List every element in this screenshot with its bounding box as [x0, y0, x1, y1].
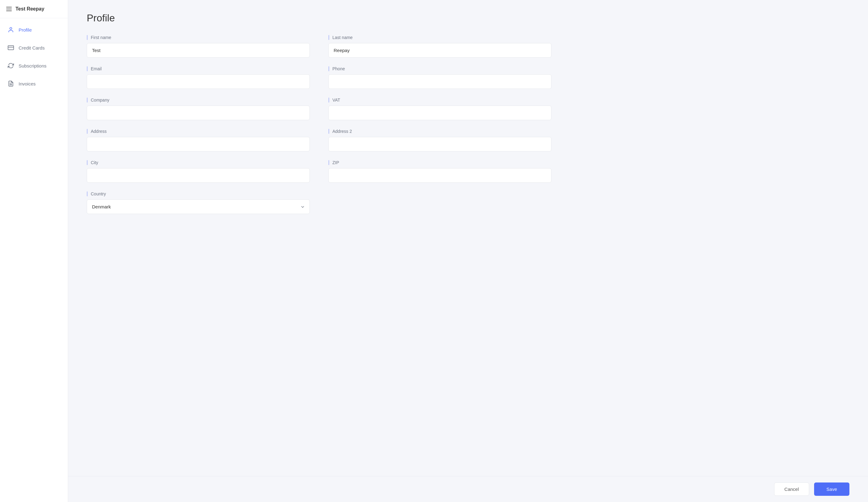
address-input[interactable] [87, 137, 310, 151]
city-input[interactable] [87, 168, 310, 183]
label-bar [328, 160, 329, 165]
footer-actions: Cancel Save [68, 476, 868, 502]
hamburger-icon[interactable] [6, 7, 12, 11]
label-bar [87, 35, 88, 40]
address-group: Address [87, 129, 310, 151]
address2-group: Address 2 [328, 129, 551, 151]
sidebar-item-label-subscriptions: Subscriptions [19, 63, 46, 69]
address2-input[interactable] [328, 137, 551, 151]
label-bar [328, 66, 329, 71]
sidebar-item-label-credit-cards: Credit Cards [19, 45, 45, 51]
company-group: Company [87, 97, 310, 120]
email-group: Email [87, 66, 310, 89]
label-bar [87, 191, 88, 196]
main-content: Profile First name Last name Email [68, 0, 868, 502]
cancel-button[interactable]: Cancel [774, 482, 809, 496]
email-input[interactable] [87, 74, 310, 89]
phone-input[interactable] [328, 74, 551, 89]
phone-label: Phone [328, 66, 551, 71]
last-name-label: Last name [328, 35, 551, 40]
address2-label: Address 2 [328, 129, 551, 134]
svg-point-0 [10, 28, 12, 30]
document-icon [8, 80, 14, 87]
page-title: Profile [87, 12, 849, 24]
country-select[interactable]: Denmark Sweden Norway Finland Germany Un… [87, 199, 310, 214]
zip-label: ZIP [328, 160, 551, 165]
refresh-icon [8, 62, 14, 69]
sidebar-logo: Test Reepay [16, 6, 44, 12]
vat-group: VAT [328, 97, 551, 120]
vat-label: VAT [328, 97, 551, 103]
zip-input[interactable] [328, 168, 551, 183]
sidebar-item-credit-cards[interactable]: Credit Cards [0, 39, 68, 57]
city-group: City [87, 160, 310, 183]
sidebar-item-subscriptions[interactable]: Subscriptions [0, 57, 68, 75]
sidebar-item-profile[interactable]: Profile [0, 21, 68, 39]
credit-card-icon [8, 44, 14, 51]
address-label: Address [87, 129, 310, 134]
country-group: Country Denmark Sweden Norway Finland Ge… [87, 191, 310, 214]
svg-rect-1 [8, 45, 14, 50]
email-label: Email [87, 66, 310, 71]
label-bar [328, 129, 329, 134]
label-bar [328, 35, 329, 40]
sidebar: Test Reepay Profile Credit Cards [0, 0, 68, 502]
company-input[interactable] [87, 106, 310, 120]
label-bar [87, 97, 88, 103]
city-label: City [87, 160, 310, 165]
last-name-group: Last name [328, 35, 551, 57]
user-icon [8, 26, 14, 33]
last-name-input[interactable] [328, 43, 551, 57]
save-button[interactable]: Save [814, 482, 849, 496]
label-bar [87, 129, 88, 134]
first-name-group: First name [87, 35, 310, 57]
zip-group: ZIP [328, 160, 551, 183]
label-bar [87, 66, 88, 71]
first-name-label: First name [87, 35, 310, 40]
phone-group: Phone [328, 66, 551, 89]
sidebar-nav: Profile Credit Cards Subscriptions [0, 18, 68, 95]
sidebar-item-label-invoices: Invoices [19, 81, 35, 86]
vat-input[interactable] [328, 106, 551, 120]
profile-form: First name Last name Email Phone [87, 35, 551, 214]
sidebar-item-invoices[interactable]: Invoices [0, 75, 68, 93]
first-name-input[interactable] [87, 43, 310, 57]
label-bar [87, 160, 88, 165]
company-label: Company [87, 97, 310, 103]
sidebar-header: Test Reepay [0, 0, 68, 18]
country-label: Country [87, 191, 310, 196]
sidebar-item-label-profile: Profile [19, 27, 32, 32]
label-bar [328, 97, 329, 103]
